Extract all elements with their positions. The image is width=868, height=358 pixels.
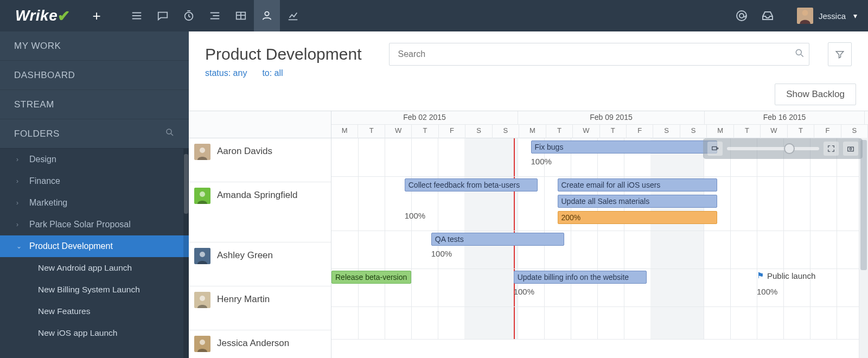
folder-label: Marketing <box>29 198 67 208</box>
workload-pct: 100% <box>405 211 425 220</box>
timeline-scrollbar[interactable] <box>859 138 868 358</box>
table-icon[interactable] <box>228 0 254 31</box>
day-label: S <box>653 125 680 138</box>
avatar <box>194 292 210 308</box>
sidebar-item-dashboard[interactable]: DASHBOARD <box>0 60 189 90</box>
show-backlog-button[interactable]: Show Backlog <box>775 84 856 105</box>
person-row[interactable]: Henry Martin <box>189 286 331 330</box>
task-bar[interactable]: Release beta-version <box>331 271 411 284</box>
person-row[interactable]: Jessica Anderson <box>189 330 331 358</box>
milestone-label: Public launch <box>767 271 815 280</box>
avatar <box>194 188 210 204</box>
svg-point-14 <box>717 148 718 149</box>
sidebar-item-stream[interactable]: STREAM <box>0 90 189 119</box>
zoom-mode-icon[interactable] <box>707 142 723 156</box>
svg-point-10 <box>200 252 205 257</box>
zoom-toolbar[interactable] <box>703 138 863 159</box>
toolbar-view-icons <box>124 0 306 31</box>
chevron-icon: ⌄ <box>16 242 24 250</box>
inbox-icon[interactable] <box>755 9 781 22</box>
sidebar-item-folders[interactable]: FOLDERS <box>0 119 189 148</box>
milestone[interactable]: ⚑Public launch <box>757 271 815 280</box>
filter-status[interactable]: status: any <box>205 68 247 78</box>
svg-point-4 <box>739 14 744 18</box>
filter-button[interactable] <box>828 42 852 66</box>
gantt-names-header <box>189 111 331 138</box>
day-label: T <box>546 125 573 138</box>
timeline-row: Collect feedback from beta-usersCreate e… <box>331 176 868 231</box>
avatar <box>194 336 210 352</box>
folder-item[interactable]: ⌄Product Development <box>0 235 189 257</box>
topbar: Wrike✔ + Jessica ▾ <box>0 0 868 31</box>
indent-icon[interactable] <box>202 0 228 31</box>
workload-icon[interactable] <box>254 0 280 31</box>
day-label: S <box>841 125 868 138</box>
folder-item[interactable]: New Android app Launch <box>0 257 189 279</box>
fullscreen-icon[interactable] <box>824 142 839 156</box>
list-icon[interactable] <box>124 0 150 31</box>
folder-item[interactable]: New Billing System Launch <box>0 279 189 301</box>
search-icon[interactable] <box>165 127 175 140</box>
gantt-chart: Aaron DavidsAmanda SpringfieldAshley Gre… <box>189 111 868 358</box>
search-icon[interactable] <box>794 48 805 60</box>
chevron-icon: › <box>16 177 24 185</box>
day-label: T <box>412 125 438 138</box>
chat-icon[interactable] <box>150 0 176 31</box>
zoom-slider[interactable] <box>727 147 819 150</box>
day-label: W <box>573 125 599 138</box>
task-bar[interactable]: QA tests <box>431 233 564 246</box>
svg-point-9 <box>200 191 205 197</box>
person-name: Ashley Green <box>217 248 273 261</box>
folder-label: Park Place Solar Proposal <box>29 220 131 229</box>
sidebar-scrollbar[interactable] <box>183 149 189 358</box>
task-bar[interactable]: Update all Sales materials <box>558 195 717 208</box>
analytics-icon[interactable] <box>280 0 306 31</box>
chevron-icon: › <box>16 156 24 163</box>
folder-item[interactable]: New iOS app Launch <box>0 322 189 344</box>
day-label: T <box>358 125 385 138</box>
snapshot-icon[interactable] <box>843 142 858 156</box>
zoom-handle[interactable] <box>784 143 795 154</box>
timeline-row: Release beta-versionUpdate billing info … <box>331 268 868 307</box>
add-button[interactable]: + <box>83 8 110 24</box>
day-label: W <box>761 125 787 138</box>
timeline-row <box>331 306 868 340</box>
logo[interactable]: Wrike✔ <box>0 7 83 25</box>
folder-item[interactable]: ›Design <box>0 149 189 170</box>
gantt-names-column: Aaron DavidsAmanda SpringfieldAshley Gre… <box>189 111 331 358</box>
folder-label: Finance <box>29 176 60 186</box>
filter-to[interactable]: to: all <box>262 68 283 78</box>
week-label: Feb 16 2015 <box>705 111 865 124</box>
folder-item[interactable]: ›Park Place Solar Proposal <box>0 214 189 235</box>
day-label: M <box>707 125 733 138</box>
task-bar[interactable]: 200% <box>558 211 717 224</box>
person-name: Amanda Springfield <box>217 188 297 201</box>
timeline-header: Feb 02 2015Feb 09 2015Feb 16 2015 MTWTFS… <box>331 111 868 138</box>
folder-item[interactable]: New Features <box>0 301 189 322</box>
person-row[interactable]: Aaron Davids <box>189 138 331 182</box>
person-row[interactable]: Ashley Green <box>189 242 331 286</box>
search-input[interactable] <box>389 43 810 66</box>
folder-item[interactable]: ›Marketing <box>0 192 189 214</box>
task-bar[interactable]: Update billing info on the website <box>514 271 647 284</box>
task-bar[interactable]: Fix bugs <box>531 140 717 154</box>
svg-rect-15 <box>848 147 854 151</box>
task-bar[interactable]: Collect feedback from beta-users <box>405 178 538 191</box>
day-label: T <box>734 125 761 138</box>
task-bar[interactable]: Create email for all iOS users <box>558 178 717 191</box>
day-label: S <box>493 125 519 138</box>
avatar <box>194 144 210 160</box>
chevron-icon: › <box>16 199 24 207</box>
mentions-icon[interactable] <box>729 9 755 22</box>
user-name-label: Jessica <box>819 11 846 21</box>
day-label: T <box>788 125 814 138</box>
sidebar-item-mywork[interactable]: MY WORK <box>0 31 189 60</box>
folder-label: New Features <box>38 306 90 316</box>
svg-point-6 <box>167 129 171 134</box>
person-row[interactable]: Amanda Springfield <box>189 182 331 242</box>
folder-item[interactable]: ›Finance <box>0 170 189 192</box>
svg-point-5 <box>802 10 808 16</box>
user-menu[interactable]: Jessica ▾ <box>797 8 857 24</box>
workload-pct: 100% <box>757 287 777 296</box>
timer-icon[interactable] <box>176 0 202 31</box>
